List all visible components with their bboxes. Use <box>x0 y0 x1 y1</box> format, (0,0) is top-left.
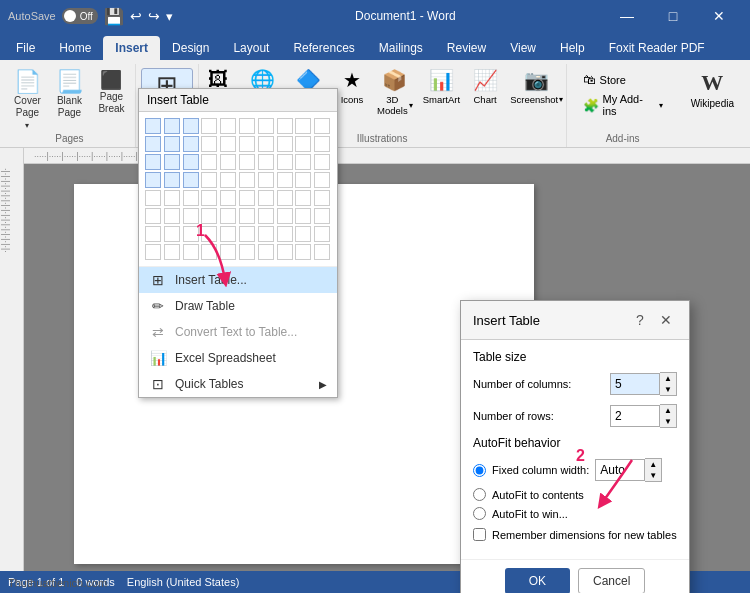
grid-cell-r4-c0[interactable] <box>145 190 161 206</box>
grid-cell-r4-c7[interactable] <box>277 190 293 206</box>
grid-cell-r6-c7[interactable] <box>277 226 293 242</box>
grid-cell-r4-c9[interactable] <box>314 190 330 206</box>
cover-page-button[interactable]: 📄 CoverPage ▾ <box>7 68 47 133</box>
grid-cell-r2-c3[interactable] <box>201 154 217 170</box>
grid-cell-r2-c0[interactable] <box>145 154 161 170</box>
my-addins-button[interactable]: 🧩 My Add-ins ▾ <box>579 91 667 119</box>
grid-cell-r2-c7[interactable] <box>277 154 293 170</box>
grid-cell-r5-c8[interactable] <box>295 208 311 224</box>
grid-cell-r3-c6[interactable] <box>258 172 274 188</box>
cancel-button[interactable]: Cancel <box>578 568 645 593</box>
grid-cell-r7-c7[interactable] <box>277 244 293 260</box>
grid-cell-r6-c9[interactable] <box>314 226 330 242</box>
grid-cell-r4-c8[interactable] <box>295 190 311 206</box>
grid-cell-r5-c9[interactable] <box>314 208 330 224</box>
rows-up-button[interactable]: ▲ <box>660 405 676 416</box>
grid-cell-r1-c9[interactable] <box>314 136 330 152</box>
grid-cell-r5-c1[interactable] <box>164 208 180 224</box>
grid-cell-r3-c0[interactable] <box>145 172 161 188</box>
grid-cell-r3-c1[interactable] <box>164 172 180 188</box>
grid-cell-r3-c4[interactable] <box>220 172 236 188</box>
grid-cell-r7-c5[interactable] <box>239 244 255 260</box>
grid-cell-r4-c6[interactable] <box>258 190 274 206</box>
dialog-close-button[interactable]: ✕ <box>655 309 677 331</box>
wikipedia-button[interactable]: W Wikipedia <box>687 68 738 111</box>
grid-cell-r2-c9[interactable] <box>314 154 330 170</box>
grid-cell-r1-c0[interactable] <box>145 136 161 152</box>
maximize-button[interactable]: □ <box>650 0 696 32</box>
tab-layout[interactable]: Layout <box>221 36 281 60</box>
tab-foxit[interactable]: Foxit Reader PDF <box>597 36 717 60</box>
grid-cell-r0-c6[interactable] <box>258 118 274 134</box>
tab-review[interactable]: Review <box>435 36 498 60</box>
tab-design[interactable]: Design <box>160 36 221 60</box>
grid-cell-r7-c0[interactable] <box>145 244 161 260</box>
grid-cell-r2-c4[interactable] <box>220 154 236 170</box>
tab-view[interactable]: View <box>498 36 548 60</box>
grid-cell-r1-c7[interactable] <box>277 136 293 152</box>
rows-input[interactable] <box>610 405 660 427</box>
autofit-contents-radio[interactable] <box>473 488 486 501</box>
page-break-button[interactable]: ⬛ PageBreak <box>91 68 131 118</box>
grid-cell-r5-c0[interactable] <box>145 208 161 224</box>
grid-cell-r4-c4[interactable] <box>220 190 236 206</box>
grid-cell-r7-c6[interactable] <box>258 244 274 260</box>
grid-cell-r2-c6[interactable] <box>258 154 274 170</box>
grid-cell-r6-c6[interactable] <box>258 226 274 242</box>
grid-cell-r6-c1[interactable] <box>164 226 180 242</box>
screenshot-button[interactable]: 📷 Screenshot ▾ <box>506 66 567 107</box>
dialog-help-button[interactable]: ? <box>629 309 651 331</box>
grid-cell-r0-c7[interactable] <box>277 118 293 134</box>
minimize-button[interactable]: — <box>604 0 650 32</box>
grid-cell-r2-c2[interactable] <box>183 154 199 170</box>
grid-cell-r7-c9[interactable] <box>314 244 330 260</box>
grid-cell-r1-c6[interactable] <box>258 136 274 152</box>
fixed-col-down-button[interactable]: ▼ <box>645 470 661 481</box>
grid-cell-r5-c6[interactable] <box>258 208 274 224</box>
quick-tables-menu-item[interactable]: ⊡ Quick Tables ▶ <box>139 371 337 397</box>
tab-references[interactable]: References <box>281 36 366 60</box>
tab-help[interactable]: Help <box>548 36 597 60</box>
grid-cell-r0-c2[interactable] <box>183 118 199 134</box>
columns-input[interactable] <box>610 373 660 395</box>
grid-cell-r1-c3[interactable] <box>201 136 217 152</box>
rows-down-button[interactable]: ▼ <box>660 416 676 427</box>
grid-cell-r7-c2[interactable] <box>183 244 199 260</box>
grid-cell-r0-c5[interactable] <box>239 118 255 134</box>
grid-cell-r2-c8[interactable] <box>295 154 311 170</box>
store-button[interactable]: 🛍 Store <box>579 70 630 89</box>
grid-cell-r2-c5[interactable] <box>239 154 255 170</box>
smartart-button[interactable]: 📊 SmartArt <box>419 66 464 107</box>
grid-cell-r4-c3[interactable] <box>201 190 217 206</box>
grid-cell-r5-c4[interactable] <box>220 208 236 224</box>
close-button[interactable]: ✕ <box>696 0 742 32</box>
tab-mailings[interactable]: Mailings <box>367 36 435 60</box>
grid-cell-r1-c5[interactable] <box>239 136 255 152</box>
redo-icon[interactable]: ↪ <box>148 8 160 24</box>
grid-cell-r5-c5[interactable] <box>239 208 255 224</box>
tab-insert[interactable]: Insert <box>103 36 160 60</box>
undo-icon[interactable]: ↩ <box>130 8 142 24</box>
grid-cell-r0-c9[interactable] <box>314 118 330 134</box>
grid-cell-r3-c9[interactable] <box>314 172 330 188</box>
tab-file[interactable]: File <box>4 36 47 60</box>
grid-cell-r4-c5[interactable] <box>239 190 255 206</box>
grid-cell-r0-c4[interactable] <box>220 118 236 134</box>
columns-down-button[interactable]: ▼ <box>660 384 676 395</box>
grid-cell-r4-c2[interactable] <box>183 190 199 206</box>
grid-cell-r1-c1[interactable] <box>164 136 180 152</box>
customizer-icon[interactable]: ▾ <box>166 9 173 24</box>
draw-table-menu-item[interactable]: ✏ Draw Table <box>139 293 337 319</box>
grid-cell-r6-c8[interactable] <box>295 226 311 242</box>
fixed-col-up-button[interactable]: ▲ <box>645 459 661 470</box>
grid-cell-r1-c4[interactable] <box>220 136 236 152</box>
blank-page-button[interactable]: 📃 BlankPage <box>49 68 89 122</box>
save-icon[interactable]: 💾 <box>104 7 124 26</box>
grid-cell-r3-c8[interactable] <box>295 172 311 188</box>
grid-cell-r7-c8[interactable] <box>295 244 311 260</box>
grid-cell-r4-c1[interactable] <box>164 190 180 206</box>
grid-cell-r3-c7[interactable] <box>277 172 293 188</box>
grid-cell-r7-c1[interactable] <box>164 244 180 260</box>
grid-cell-r1-c8[interactable] <box>295 136 311 152</box>
columns-up-button[interactable]: ▲ <box>660 373 676 384</box>
